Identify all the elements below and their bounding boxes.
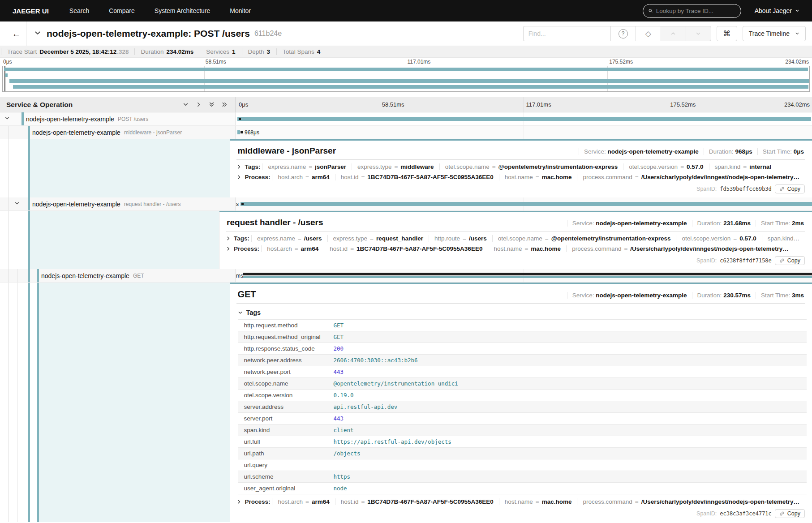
tag-table-row: url.query [238, 459, 807, 471]
nav-item[interactable]: Monitor [230, 7, 251, 14]
tag-table-row: http.request.method GET [238, 320, 807, 331]
process-summary-row[interactable]: Process: host.arch=arm64host.id=1BC74D7B… [226, 244, 805, 254]
back-button[interactable]: ← [6, 21, 27, 46]
collapse-all-button[interactable] [207, 100, 216, 109]
tag-kv: http.route=/users [429, 235, 492, 242]
span-meta-item: Start Time: 0μs [757, 148, 804, 155]
find-help-button[interactable]: ? [610, 26, 636, 41]
trace-view-select[interactable]: Trace Timeline [743, 26, 806, 41]
trace-header: ← nodejs-open-telemetry-example: POST /u… [0, 21, 812, 46]
tag-value: 443 [328, 413, 807, 424]
double-chevron-right-icon [222, 102, 228, 107]
span-row-request-handler[interactable]: nodejs-open-telemetry-example request ha… [0, 197, 812, 211]
help-icon: ? [619, 29, 628, 39]
tick-label: 234.02ms [784, 101, 810, 108]
prev-result-button[interactable] [661, 26, 686, 41]
trace-summary-item: Trace Start December 5 2025, 18:42:12 .3… [1, 48, 134, 55]
process-kv: host.name=mac.home [499, 498, 577, 505]
find-input[interactable] [523, 26, 611, 41]
tag-value: GET [328, 320, 807, 331]
chevron-right-icon [226, 236, 231, 241]
link-icon [779, 511, 785, 516]
copy-spanid-button[interactable]: Copy [775, 509, 805, 518]
span-detail-title: request handler - /users [227, 218, 323, 227]
tags-summary-row[interactable]: Tags: express.name=jsonParserexpress.typ… [236, 162, 805, 172]
tags-summary-row[interactable]: Tags: express.name=/usersexpress.type=re… [226, 233, 805, 244]
tag-kv: otel.scope.version=0.57.0 [676, 235, 761, 242]
tag-value: 2606:4700:3030::ac43:b2b6 [328, 355, 807, 366]
collapse-children-button[interactable] [14, 201, 20, 207]
chevron-down-icon [696, 31, 701, 36]
tick-label: 58.51ms [206, 59, 226, 65]
tag-value: /objects [328, 448, 807, 459]
spanid-label: SpanID: [696, 186, 717, 192]
process-kv: host.id=1BC74D7B-467F-5A87-AF5F-5C0955A3… [335, 174, 499, 180]
tags-section-toggle[interactable]: Tags [236, 305, 805, 319]
tree-guide-teal [28, 283, 30, 522]
span-bar[interactable] [241, 202, 812, 206]
span-bar[interactable] [237, 117, 811, 121]
nav-item[interactable]: Search [69, 7, 89, 14]
copy-spanid-button[interactable]: Copy [775, 184, 805, 193]
tag-table-row: user_agent.original node [238, 483, 807, 494]
collapse-trace-chevron[interactable] [34, 30, 41, 38]
process-kv: host.arch=arm64 [272, 498, 335, 505]
link-icon [779, 186, 785, 192]
span-bar[interactable] [237, 130, 240, 134]
span-row-get[interactable]: nodejs-open-telemetry-example GET ms [0, 269, 812, 283]
process-summary-row[interactable]: Process: host.arch=arm64host.id=1BC74D7B… [236, 494, 805, 507]
span-row-post-users[interactable]: nodejs-open-telemetry-example POST /user… [0, 112, 812, 126]
spanid-label: SpanID: [696, 257, 717, 264]
minimap-bar-get [13, 85, 808, 89]
collapse-children-button[interactable] [4, 116, 10, 122]
spanid-label: SpanID: [696, 510, 717, 517]
tag-value: node [328, 483, 807, 494]
tick-label: 117.01ms [526, 101, 551, 108]
tag-table-row: server.port 443 [238, 413, 807, 424]
trace-id-lookup[interactable] [643, 4, 741, 18]
tag-key: server.port [238, 413, 328, 424]
nav-item[interactable]: System Architecture [155, 7, 211, 14]
tag-table-row: otel.scope.name @opentelemetry/instrumen… [238, 378, 807, 390]
expand-all-button[interactable] [220, 100, 229, 109]
expand-one-button[interactable] [194, 100, 203, 109]
minimap-bar-post-users [4, 68, 808, 71]
tag-table-row: network.peer.address 2606:4700:3030::ac4… [238, 355, 807, 366]
detail-indent-fill [30, 139, 230, 197]
span-duration-label-clipped: ms [236, 273, 243, 279]
tag-value [328, 459, 807, 471]
search-icon [649, 8, 653, 14]
tag-value: @opentelemetry/instrumentation-undici [328, 378, 807, 390]
chevron-down-icon [183, 102, 189, 107]
process-kv: host.name=mac.home [488, 245, 566, 252]
timeline-minimap[interactable] [2, 66, 810, 92]
tick-label: 234.02ms [785, 59, 809, 65]
tag-value: 443 [328, 366, 807, 378]
span-duration-label: 968μs [245, 129, 259, 136]
collapse-one-button[interactable] [181, 100, 190, 109]
span-row-middleware[interactable]: nodejs-open-telemetry-example middleware… [0, 126, 812, 139]
process-kv: host.name=mac.home [499, 174, 577, 180]
tag-key: url.scheme [238, 471, 328, 483]
span-bar[interactable] [243, 276, 812, 278]
tag-kv: otel.scope.name=@opentelemetry/instrumen… [492, 235, 676, 242]
nav-item[interactable]: Compare [109, 7, 135, 14]
tag-kv: express.type=middleware [352, 163, 439, 170]
copy-spanid-button[interactable]: Copy [775, 256, 805, 265]
chevron-right-icon [196, 102, 202, 107]
next-result-button[interactable] [686, 26, 711, 41]
keyboard-shortcuts-button[interactable]: ⌘ [717, 26, 737, 41]
tag-value: api.restful-api.dev [328, 401, 807, 413]
tag-value: client [328, 424, 807, 436]
trace-id-lookup-input[interactable] [656, 8, 735, 14]
process-kv: host.id=1BC74D7B-467F-5A87-AF5F-5C0955A3… [324, 245, 488, 252]
focus-span-button[interactable]: ◇ [636, 26, 661, 41]
tag-kv: express.type=request_handler [327, 235, 429, 242]
trace-summary-item: Duration 234.02ms [134, 48, 200, 55]
process-summary-row[interactable]: Process: host.arch=arm64host.id=1BC74D7B… [236, 172, 805, 182]
about-jaeger-menu[interactable]: About Jaeger [755, 7, 799, 14]
critical-path-segment [239, 118, 241, 120]
tree-guide-line [8, 139, 9, 197]
span-meta-item: Duration: 968μs [704, 148, 757, 155]
chevron-down-icon [34, 30, 41, 37]
